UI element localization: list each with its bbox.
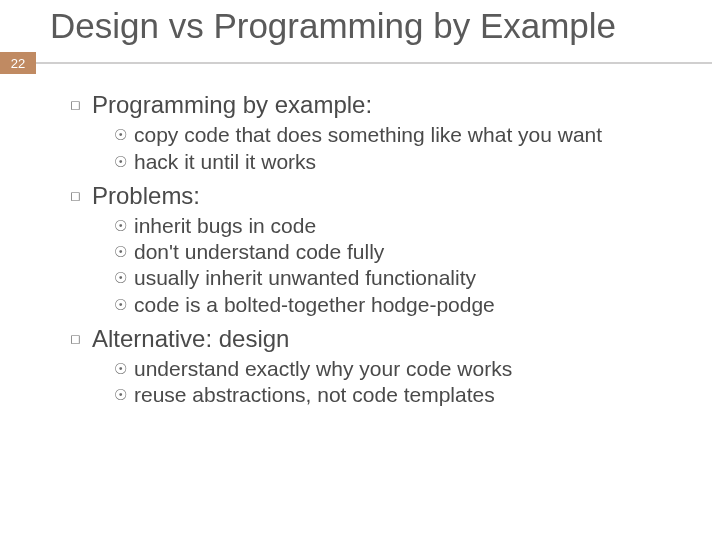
list-item-text: reuse abstractions, not code templates xyxy=(134,382,495,408)
badge-row: 22 xyxy=(0,52,720,74)
list-item: ☉ inherit bugs in code xyxy=(114,213,700,239)
square-bullet-icon: ◻ xyxy=(70,324,92,354)
list-item: ☉ understand exactly why your code works xyxy=(114,356,700,382)
slide-title: Design vs Programming by Example xyxy=(50,6,720,46)
list-item-text: code is a bolted-together hodge-podge xyxy=(134,292,495,318)
dot-bullet-icon: ☉ xyxy=(114,356,134,382)
list-item: ☉ copy code that does something like wha… xyxy=(114,122,700,148)
list-item: ☉ don't understand code fully xyxy=(114,239,700,265)
list-item-text: understand exactly why your code works xyxy=(134,356,512,382)
section-items: ☉ copy code that does something like wha… xyxy=(70,122,700,175)
section-heading: Problems: xyxy=(92,181,200,211)
dot-bullet-icon: ☉ xyxy=(114,213,134,239)
slide-content: ◻ Programming by example: ☉ copy code th… xyxy=(0,74,720,408)
section-heading-row: ◻ Problems: xyxy=(70,181,700,211)
dot-bullet-icon: ☉ xyxy=(114,239,134,265)
section-heading: Alternative: design xyxy=(92,324,289,354)
list-item-text: copy code that does something like what … xyxy=(134,122,602,148)
dot-bullet-icon: ☉ xyxy=(114,292,134,318)
slide-number-badge: 22 xyxy=(0,52,36,74)
slide-number: 22 xyxy=(11,56,25,71)
section-items: ☉ understand exactly why your code works… xyxy=(70,356,700,409)
dot-bullet-icon: ☉ xyxy=(114,122,134,148)
list-item: ☉ hack it until it works xyxy=(114,149,700,175)
title-area: Design vs Programming by Example xyxy=(0,0,720,46)
dot-bullet-icon: ☉ xyxy=(114,265,134,291)
list-item-text: usually inherit unwanted functionality xyxy=(134,265,476,291)
divider-line xyxy=(36,62,712,64)
list-item-text: hack it until it works xyxy=(134,149,316,175)
list-item-text: inherit bugs in code xyxy=(134,213,316,239)
list-item-text: don't understand code fully xyxy=(134,239,384,265)
list-item: ☉ reuse abstractions, not code templates xyxy=(114,382,700,408)
square-bullet-icon: ◻ xyxy=(70,181,92,211)
list-item: ☉ usually inherit unwanted functionality xyxy=(114,265,700,291)
section-heading-row: ◻ Alternative: design xyxy=(70,324,700,354)
square-bullet-icon: ◻ xyxy=(70,90,92,120)
section-items: ☉ inherit bugs in code ☉ don't understan… xyxy=(70,213,700,318)
section-heading-row: ◻ Programming by example: xyxy=(70,90,700,120)
section-heading: Programming by example: xyxy=(92,90,372,120)
dot-bullet-icon: ☉ xyxy=(114,149,134,175)
list-item: ☉ code is a bolted-together hodge-podge xyxy=(114,292,700,318)
dot-bullet-icon: ☉ xyxy=(114,382,134,408)
